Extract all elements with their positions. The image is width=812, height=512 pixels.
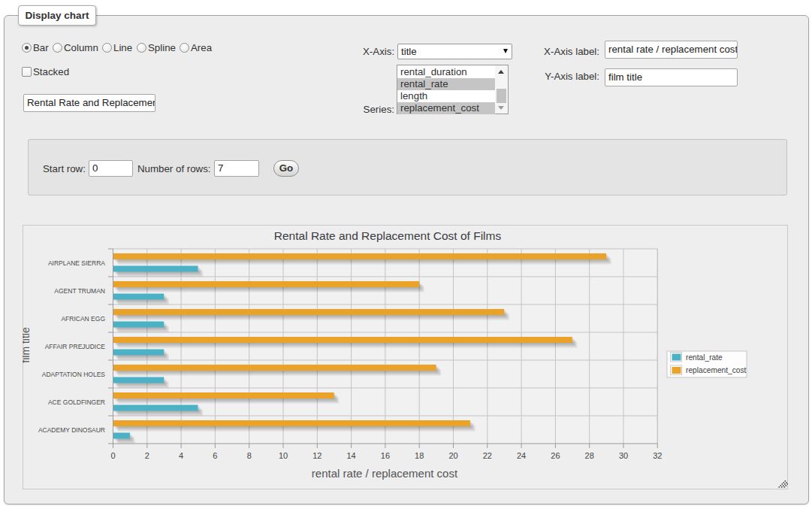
svg-text:22: 22 (483, 451, 492, 460)
svg-text:Rental Rate and Replacement Co: Rental Rate and Replacement Cost of Film… (274, 229, 502, 242)
svg-text:10: 10 (279, 451, 288, 460)
svg-text:rental rate / replacement cost: rental rate / replacement cost (312, 467, 458, 480)
svg-text:24: 24 (517, 451, 526, 460)
svg-text:26: 26 (551, 451, 560, 460)
svg-text:ACE GOLDFINGER: ACE GOLDFINGER (48, 398, 105, 406)
svg-text:28: 28 (585, 451, 594, 460)
svg-text:14: 14 (346, 451, 355, 460)
svg-text:8: 8 (247, 451, 252, 460)
svg-text:ACADEMY DINOSAUR: ACADEMY DINOSAUR (38, 426, 105, 434)
svg-text:12: 12 (312, 451, 321, 460)
svg-text:6: 6 (213, 451, 217, 460)
svg-text:16: 16 (381, 451, 390, 460)
svg-text:AGENT TRUMAN: AGENT TRUMAN (54, 287, 105, 295)
svg-text:AFRICAN EGG: AFRICAN EGG (61, 315, 105, 323)
svg-text:4: 4 (179, 451, 183, 460)
svg-text:20: 20 (448, 451, 457, 460)
svg-text:ADAPTATION HOLES: ADAPTATION HOLES (42, 371, 106, 378)
svg-text:replacement_cost: replacement_cost (686, 366, 747, 374)
svg-text:32: 32 (653, 451, 662, 460)
svg-text:18: 18 (415, 451, 424, 460)
svg-text:30: 30 (619, 451, 628, 460)
svg-text:AIRPLANE SIERRA: AIRPLANE SIERRA (48, 259, 105, 267)
svg-text:rental_rate: rental_rate (686, 353, 723, 362)
svg-text:AFFAIR PREJUDICE: AFFAIR PREJUDICE (45, 343, 106, 350)
svg-text:0: 0 (110, 451, 115, 460)
svg-text:2: 2 (145, 451, 149, 460)
svg-text:film title: film title (23, 327, 32, 363)
